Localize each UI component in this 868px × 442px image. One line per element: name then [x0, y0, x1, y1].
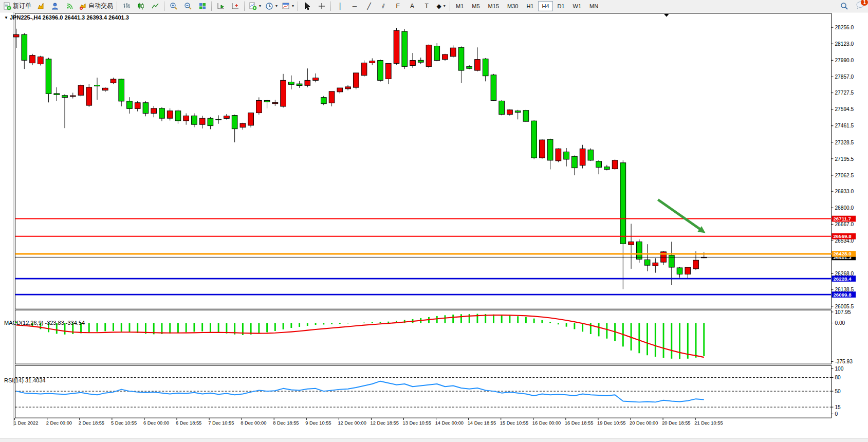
time-axis-label: 16 Dec 18:55	[565, 420, 593, 426]
channel-button[interactable]: ⫽	[376, 1, 391, 12]
chat-unread-badge: 1	[861, 0, 868, 6]
macd-pane[interactable]	[15, 310, 832, 364]
candle-body	[467, 66, 472, 68]
candle-body	[232, 116, 237, 129]
time-axis-label: 5 Dec 10:55	[111, 420, 137, 426]
text-label-icon: T	[424, 3, 428, 9]
dropdown-arrow-icon[interactable]: ▾	[275, 4, 278, 8]
candle-body	[370, 61, 375, 63]
price-axis-label: 27594.5	[835, 106, 854, 112]
text-icon: A	[410, 3, 414, 9]
rsi-axis-label: 100	[835, 366, 843, 372]
timeframe-m30[interactable]: M30	[504, 1, 522, 11]
dropdown-arrow-icon[interactable]: ▾	[444, 3, 446, 9]
candle-body	[693, 260, 699, 269]
tile-windows-button[interactable]	[195, 1, 210, 12]
timeframe-m1[interactable]: M1	[452, 1, 467, 11]
price-axis-label: 27990.0	[835, 58, 854, 63]
indicators-icon	[249, 2, 257, 10]
candle-body	[216, 119, 221, 120]
bar-chart-button[interactable]	[119, 1, 134, 12]
candle-body	[604, 167, 610, 170]
trendline-button[interactable]: ╱	[362, 1, 376, 12]
text-button[interactable]: A	[405, 1, 419, 12]
vertical-line-button[interactable]: │	[333, 1, 347, 12]
price-tag-label: 26569.8	[833, 233, 852, 239]
search-icon	[840, 2, 848, 10]
candle-body	[313, 78, 319, 81]
candle-body	[159, 108, 165, 118]
symbol-dropdown-icon[interactable]: ▼	[4, 15, 8, 20]
candle-body	[450, 48, 456, 57]
price-axis-label: 28123.0	[835, 41, 854, 47]
timeframe-w1[interactable]: W1	[569, 1, 585, 11]
candle-chart-button[interactable]	[134, 1, 148, 12]
text-label-button[interactable]: T	[419, 1, 434, 12]
candle-body	[337, 88, 343, 92]
new-order-icon	[3, 2, 11, 10]
price-axis-label: 26800.0	[835, 205, 854, 211]
candle-body	[499, 101, 505, 114]
auto-trading-icon	[79, 2, 87, 10]
chat-button[interactable]: 1	[856, 1, 865, 11]
candle-body	[426, 45, 432, 67]
zoom-in-button[interactable]	[167, 1, 181, 12]
timeframe-d1[interactable]: D1	[554, 1, 568, 11]
candle-body	[30, 56, 35, 63]
channel-icon: ⫽	[382, 3, 384, 9]
candle-body	[86, 87, 92, 105]
horizontal-line-button[interactable]: ─	[347, 1, 362, 12]
candle-body	[580, 149, 585, 165]
main-price-pane[interactable]	[15, 13, 832, 309]
candle-body	[596, 161, 602, 168]
market-watch-button[interactable]	[33, 1, 48, 12]
candle-body	[248, 113, 254, 125]
new-order-button[interactable]: 新订单	[1, 1, 33, 12]
templates-button[interactable]: ▾	[280, 1, 296, 12]
timeframe-h4[interactable]: H4	[538, 1, 552, 11]
timeframe-m5[interactable]: M5	[468, 1, 483, 11]
candle-body	[418, 60, 423, 62]
crosshair-button[interactable]	[315, 1, 329, 12]
candle-body	[677, 268, 682, 274]
candle-body	[636, 242, 642, 259]
timeframe-h1[interactable]: H1	[523, 1, 537, 11]
auto-scroll-button[interactable]	[214, 1, 228, 12]
chart-shift-button[interactable]	[228, 1, 243, 12]
navigator-button[interactable]	[48, 1, 62, 12]
candle-body	[110, 79, 116, 83]
toolbar-separator	[117, 2, 118, 11]
signals-button[interactable]	[62, 1, 77, 12]
candlestick-chart[interactable]: 28256.028123.027990.027857.027727.527594…	[0, 12, 868, 438]
fibonacci-button[interactable]: F	[391, 1, 405, 12]
candle-body	[305, 80, 310, 85]
timeframe-m15[interactable]: M15	[485, 1, 503, 11]
dropdown-arrow-icon[interactable]: ▾	[292, 4, 294, 8]
price-tag-label: 26099.8	[833, 292, 852, 298]
toolbar-separator	[298, 2, 299, 11]
candle-body	[329, 91, 335, 103]
candle-body	[531, 121, 537, 158]
indicators-button[interactable]: ▾	[247, 1, 263, 12]
time-axis-label: 20 Dec 00:00	[630, 420, 658, 426]
toolbar-right-group: 1	[837, 1, 865, 12]
candle-body	[54, 94, 60, 95]
timeframe-mn[interactable]: MN	[586, 1, 602, 11]
toolbar-separator	[330, 2, 331, 11]
candle-body	[62, 96, 68, 98]
dropdown-arrow-icon[interactable]: ▾	[259, 4, 261, 8]
zoom-out-button[interactable]	[181, 1, 195, 12]
search-button[interactable]	[837, 1, 852, 12]
auto-trading-button[interactable]: 自动交易	[77, 1, 115, 12]
periods-button[interactable]: ▾	[263, 1, 280, 12]
macd-axis-label: 107.95	[835, 309, 851, 315]
time-axis-label: 14 Dec 00:00	[435, 420, 464, 426]
candle-body	[119, 79, 124, 101]
market-watch-icon	[36, 2, 45, 10]
cursor-button[interactable]	[300, 1, 315, 12]
candle-body	[224, 116, 230, 119]
shapes-button[interactable]: ◆ ▾	[434, 1, 448, 12]
line-chart-button[interactable]	[148, 1, 162, 12]
candle-body	[46, 59, 51, 94]
vertical-line-icon: │	[338, 3, 342, 9]
